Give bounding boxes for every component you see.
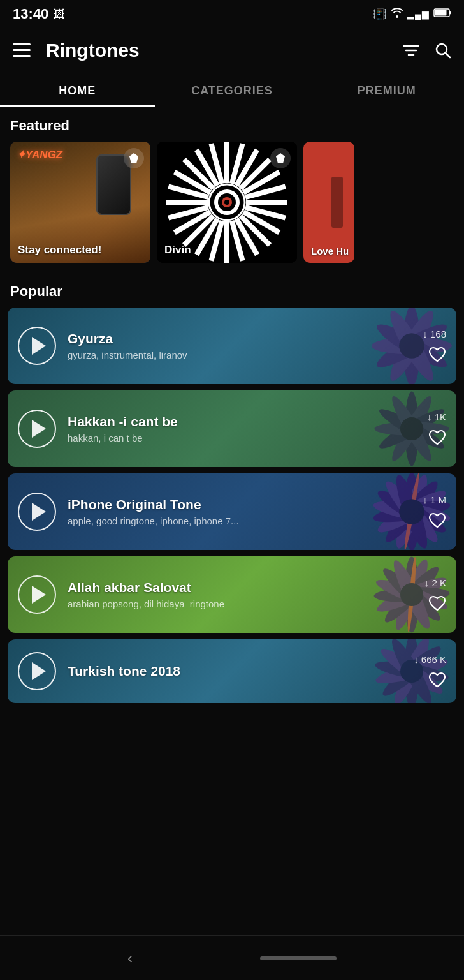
- svg-rect-2: [449, 11, 451, 15]
- play-button-1[interactable]: [18, 327, 56, 365]
- ringtone-info-4: Allah akbar Salovat arabian popsong, dil…: [68, 580, 424, 609]
- wifi-icon: [391, 8, 403, 21]
- download-count-1: ↓ 168: [423, 329, 446, 339]
- play-icon-5: [32, 662, 46, 680]
- ringtone-item-1[interactable]: Gyurza gyurza, instrumental, liranov ↓ 1…: [8, 308, 456, 384]
- ringtone-tags-2: hakkan, i can t be: [68, 433, 427, 443]
- ringtone-title-4: Allah akbar Salovat: [68, 580, 424, 595]
- app-bar-right: [403, 42, 451, 59]
- popular-section: Popular: [0, 273, 464, 754]
- play-icon-4: [32, 586, 46, 604]
- svg-rect-4: [13, 49, 31, 51]
- battery-icon: [433, 8, 451, 20]
- ringtone-content-5: Turkish tone 2018 ↓ 666 K: [8, 652, 456, 690]
- diamond-badge-2: [270, 148, 291, 168]
- featured-card-3[interactable]: Love Hu: [303, 142, 354, 263]
- tab-categories[interactable]: CATEGORIES: [155, 73, 310, 107]
- favorite-button-5[interactable]: [428, 671, 446, 689]
- ringtone-info-3: iPhone Original Tone apple, good rington…: [68, 497, 423, 526]
- ringtone-item-4[interactable]: Allah akbar Salovat arabian popsong, dil…: [8, 556, 456, 633]
- bottom-bar: ‹: [0, 935, 464, 980]
- image-icon: 🖼: [54, 8, 65, 21]
- tab-premium[interactable]: PREMIUM: [309, 73, 464, 107]
- ringtone-actions-5: ↓ 666 K: [414, 654, 446, 689]
- heart-icon-5: [428, 671, 446, 689]
- status-right: 📳 ▂▄▆: [373, 7, 451, 21]
- back-arrow[interactable]: ‹: [127, 949, 133, 967]
- download-count-2: ↓ 1K: [427, 412, 446, 422]
- signal-icon: ▂▄▆: [407, 9, 430, 19]
- svg-line-10: [446, 53, 450, 57]
- play-button-4[interactable]: [18, 575, 56, 614]
- ringtone-content-3: iPhone Original Tone apple, good rington…: [8, 493, 456, 531]
- svg-point-42: [224, 200, 229, 205]
- featured-card-label-3: Love Hu: [311, 246, 349, 256]
- svg-rect-5: [13, 55, 31, 57]
- app-title: Ringtones: [46, 40, 140, 61]
- favorite-button-4[interactable]: [428, 595, 446, 612]
- play-button-2[interactable]: [18, 410, 56, 448]
- ringtone-title-3: iPhone Original Tone: [68, 497, 423, 512]
- svg-marker-43: [276, 153, 285, 163]
- ringtone-content-1: Gyurza gyurza, instrumental, liranov ↓ 1…: [8, 327, 456, 365]
- popular-label: Popular: [0, 273, 464, 308]
- featured-card-label-2: Divin: [164, 244, 191, 256]
- home-indicator[interactable]: [260, 956, 337, 960]
- menu-button[interactable]: [13, 43, 31, 57]
- svg-rect-1: [435, 10, 447, 16]
- ringtone-content-2: Hakkan -i cant be hakkan, i can t be ↓ 1…: [8, 410, 456, 448]
- play-icon-3: [32, 503, 46, 521]
- featured-section: Featured ✦YANGZ Stay connected!: [0, 107, 464, 273]
- vibrate-icon: 📳: [373, 7, 387, 21]
- filter-button[interactable]: [403, 43, 419, 57]
- featured-card-label-1: Stay connected!: [18, 244, 101, 256]
- search-button[interactable]: [435, 42, 451, 59]
- app-bar-left: Ringtones: [13, 40, 140, 61]
- ringtone-tags-1: gyurza, instrumental, liranov: [68, 350, 423, 360]
- featured-label: Featured: [0, 107, 464, 142]
- heart-icon-4: [428, 595, 446, 612]
- favorite-button-1[interactable]: [428, 346, 446, 364]
- diamond-badge-1: [124, 148, 144, 168]
- ringtone-tags-4: arabian popsong, dil hidaya_ringtone: [68, 598, 424, 609]
- ringtone-item-2[interactable]: Hakkan -i cant be hakkan, i can t be ↓ 1…: [8, 390, 456, 467]
- ringtone-item-3[interactable]: iPhone Original Tone apple, good rington…: [8, 473, 456, 550]
- card-bg-3: [303, 142, 354, 263]
- heart-icon-3: [428, 512, 446, 530]
- download-count-3: ↓ 1 M: [423, 494, 446, 505]
- play-icon-1: [32, 337, 46, 355]
- svg-marker-11: [129, 153, 138, 163]
- featured-scroll[interactable]: ✦YANGZ Stay connected!: [0, 142, 464, 273]
- ringtone-tags-3: apple, good ringtone, iphone, iphone 7..…: [68, 516, 423, 526]
- ringtone-actions-4: ↓ 2 K: [424, 577, 446, 612]
- favorite-button-3[interactable]: [428, 512, 446, 530]
- ringtone-title-5: Turkish tone 2018: [68, 664, 414, 679]
- featured-card-2[interactable]: Divin: [157, 142, 297, 263]
- play-icon-2: [32, 420, 46, 438]
- ringtone-actions-1: ↓ 168: [423, 329, 446, 364]
- nav-tabs: HOME CATEGORIES PREMIUM: [0, 73, 464, 107]
- app-bar: Ringtones: [0, 28, 464, 73]
- status-time: 13:40: [13, 6, 48, 22]
- favorite-button-2[interactable]: [428, 429, 446, 447]
- ringtone-actions-2: ↓ 1K: [427, 412, 446, 447]
- ringtone-actions-3: ↓ 1 M: [423, 494, 446, 530]
- status-left: 13:40 🖼: [13, 6, 65, 22]
- ringtone-title-1: Gyurza: [68, 331, 423, 346]
- download-count-4: ↓ 2 K: [424, 577, 446, 588]
- svg-rect-3: [13, 43, 31, 45]
- tab-home[interactable]: HOME: [0, 73, 155, 107]
- ringtone-info-2: Hakkan -i cant be hakkan, i can t be: [68, 414, 427, 443]
- heart-icon-1: [428, 346, 446, 364]
- ringtone-content-4: Allah akbar Salovat arabian popsong, dil…: [8, 575, 456, 614]
- play-button-5[interactable]: [18, 652, 56, 690]
- heart-icon-2: [428, 429, 446, 447]
- download-count-5: ↓ 666 K: [414, 654, 446, 665]
- popular-list: Gyurza gyurza, instrumental, liranov ↓ 1…: [0, 308, 464, 754]
- ringtone-item-5[interactable]: Turkish tone 2018 ↓ 666 K: [8, 639, 456, 703]
- play-button-3[interactable]: [18, 493, 56, 531]
- ringtone-info-1: Gyurza gyurza, instrumental, liranov: [68, 331, 423, 360]
- ringtone-title-2: Hakkan -i cant be: [68, 414, 427, 429]
- status-bar: 13:40 🖼 📳 ▂▄▆: [0, 0, 464, 28]
- featured-card-1[interactable]: ✦YANGZ Stay connected!: [10, 142, 150, 263]
